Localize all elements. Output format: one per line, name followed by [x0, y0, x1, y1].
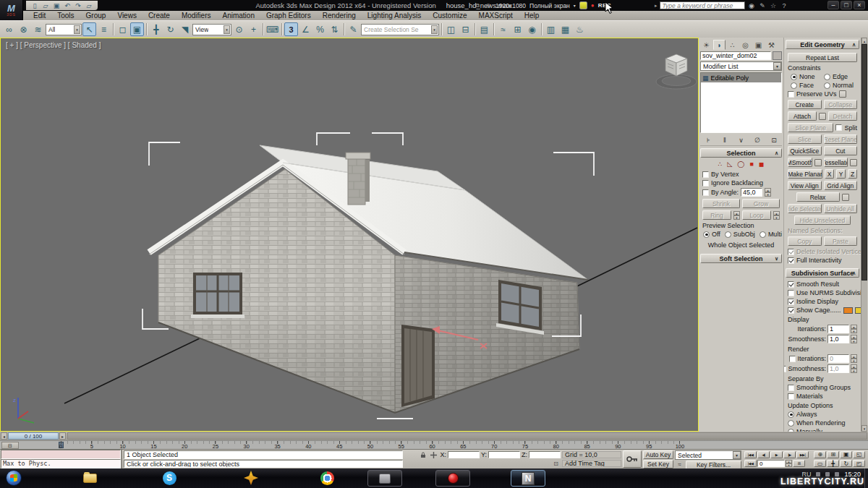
ring-spinner[interactable]: ▴▾ [733, 211, 740, 220]
go-to-end-button[interactable]: ▶▶| [796, 451, 809, 458]
tab-utilities[interactable]: ⚒ [765, 40, 778, 50]
display-iterations-field[interactable] [827, 325, 849, 333]
by-angle-checkbox[interactable]: By Angle: ▴▾ [702, 188, 780, 197]
select-and-link-button[interactable]: ∞ [2, 22, 16, 36]
render-iterations-spinner[interactable]: ▴▾ [851, 354, 857, 363]
by-angle-field[interactable] [741, 188, 762, 197]
macro-recorder-line[interactable] [1, 450, 121, 459]
render-setup-button[interactable]: ▥ [544, 22, 558, 36]
edge-subobject-icon[interactable]: ◺ [727, 160, 732, 168]
keyboard-shortcut-override-toggle[interactable]: ⌨ [265, 22, 279, 36]
smooth-result-checkbox[interactable]: Smooth Result [788, 281, 857, 288]
reference-coordinate-system-dropdown[interactable]: View ▾ [192, 24, 231, 35]
copy-selection-button[interactable]: Copy [788, 236, 822, 246]
isolate-selection-icon[interactable]: ⊡ [551, 460, 561, 468]
pan-view-button[interactable]: ╋ [827, 460, 839, 467]
absolute-offset-toggle[interactable] [429, 451, 438, 459]
materials-checkbox[interactable]: Materials [788, 393, 857, 400]
tab-modify[interactable]: ◗ [713, 40, 726, 50]
zoom-button[interactable]: ⊕ [814, 451, 826, 458]
scroll-up-icon[interactable]: ▴ [861, 38, 867, 44]
object-name-field[interactable] [700, 51, 771, 60]
recorder-zoom-icon[interactable]: ◎ [485, 2, 492, 9]
selection-filter-dropdown[interactable]: All ▾ [46, 24, 82, 35]
view-cube[interactable] [656, 54, 697, 89]
update-always-radio[interactable]: Always [788, 411, 857, 418]
pin-stack-button[interactable]: ⊦ [702, 135, 714, 145]
tab-create[interactable]: ☀ [700, 40, 712, 50]
menu-rendering[interactable]: Rendering [317, 11, 362, 20]
quickslice-button[interactable]: QuickSlice [788, 146, 822, 155]
polygon-subobject-icon[interactable]: ■ [749, 160, 753, 168]
detach-button[interactable]: Detach [828, 111, 857, 121]
ring-button[interactable]: Ring [702, 210, 731, 220]
taskbar-explorer-icon[interactable] [81, 469, 98, 487]
show-end-result-button[interactable]: ‖ [719, 135, 731, 145]
msmooth-button[interactable]: MSmooth [788, 158, 812, 167]
view-align-button[interactable]: View Align [788, 181, 822, 190]
repeat-last-button[interactable]: Repeat Last [788, 53, 857, 62]
close-button[interactable]: × [854, 1, 865, 9]
tessellate-settings-button[interactable] [850, 159, 857, 166]
menu-tools[interactable]: Tools [51, 11, 80, 20]
redo-button[interactable]: ↷ [74, 1, 82, 9]
taskbar-app-icon[interactable] [242, 469, 260, 487]
key-mode-toggle[interactable]: ⊞ [793, 460, 805, 467]
make-planar-button[interactable]: Make Planar [788, 169, 822, 179]
taskbar-3dsmax-button[interactable]: N [511, 470, 545, 487]
by-angle-spinner[interactable]: ▴▾ [765, 188, 771, 197]
time-slider-track[interactable] [67, 432, 867, 440]
orbit-button[interactable]: ↻ [840, 460, 852, 467]
modifier-list-dropdown[interactable]: Modifier List ▾ [700, 61, 782, 71]
menu-modifiers[interactable]: Modifiers [176, 11, 217, 20]
attach-settings-button[interactable] [819, 113, 826, 120]
house-model[interactable] [149, 145, 588, 413]
remove-modifier-button[interactable]: ∅ [752, 135, 763, 145]
rendered-frame-window-button[interactable]: ▦ [558, 22, 572, 36]
mini-curve-editor-button[interactable]: ⊟ [1, 442, 19, 449]
planar-z-button[interactable]: Z [848, 169, 857, 179]
cut-button[interactable]: Cut [824, 146, 858, 155]
constraint-face-radio[interactable]: Face [791, 82, 821, 89]
menu-customize[interactable]: Customize [427, 11, 472, 20]
display-iterations-spinner[interactable]: ▴▾ [851, 325, 857, 333]
align-button[interactable]: ⊟ [459, 22, 472, 36]
next-frame-button[interactable]: |▶ [783, 451, 796, 458]
open-file-button[interactable]: ▱ [41, 1, 50, 9]
previous-frame-button[interactable]: ◀| [757, 451, 770, 458]
constraint-normal-radio[interactable]: Normal [824, 82, 854, 89]
hide-selected-button[interactable]: Hide Selected [788, 204, 822, 213]
play-animation-button[interactable]: ▶ [770, 451, 783, 458]
taskbar-skype-icon[interactable]: S [161, 469, 178, 487]
selection-lock-toggle[interactable] [418, 451, 427, 459]
show-cage-checkbox[interactable]: Show Cage...... [788, 307, 857, 314]
unhide-all-button[interactable]: Unhide All [824, 204, 858, 213]
make-unique-button[interactable]: ∨ [736, 135, 747, 145]
planar-x-button[interactable]: X [825, 169, 834, 179]
reset-plane-button[interactable]: Reset Plane [824, 134, 858, 144]
update-when-rendering-radio[interactable]: When Rendering [788, 419, 857, 427]
zoom-extents-button[interactable]: ▣ [840, 451, 852, 458]
favorites-icon[interactable]: ☆ [769, 1, 778, 9]
curve-editor-button[interactable]: ≈ [496, 22, 510, 36]
percent-snap-toggle[interactable]: % [313, 22, 327, 36]
tab-hierarchy[interactable]: ∴ [726, 40, 739, 50]
planar-y-button[interactable]: Y [836, 169, 846, 179]
infocenter-search-icon[interactable]: ◉ [747, 1, 757, 9]
vertex-subobject-icon[interactable]: ∴ [718, 160, 723, 168]
grid-align-button[interactable]: Grid Align [824, 181, 858, 190]
collapse-button[interactable]: Collapse [824, 100, 858, 109]
maximize-viewport-toggle[interactable]: ◰ [853, 460, 865, 467]
preview-subobj-radio[interactable]: SubObj [725, 231, 755, 238]
viewport-label[interactable]: [ + ] [ Perspective ] [ Shaded ] [6, 41, 101, 49]
select-and-rotate-button[interactable]: ↻ [163, 22, 177, 36]
spinner-snap-toggle[interactable]: ⇅ [328, 22, 341, 36]
menu-lighting-analysis[interactable]: Lighting Analysis [362, 11, 427, 20]
select-object-button[interactable]: ↖ [82, 22, 96, 36]
y-coordinate-field[interactable] [488, 451, 520, 458]
taskbar-chrome-icon[interactable] [318, 469, 336, 487]
add-time-tag[interactable]: Add Time Tag [562, 460, 621, 467]
attach-button[interactable]: Attach [788, 111, 817, 121]
msmooth-settings-button[interactable] [814, 159, 822, 166]
snaps-toggle[interactable]: 3 [284, 22, 298, 36]
